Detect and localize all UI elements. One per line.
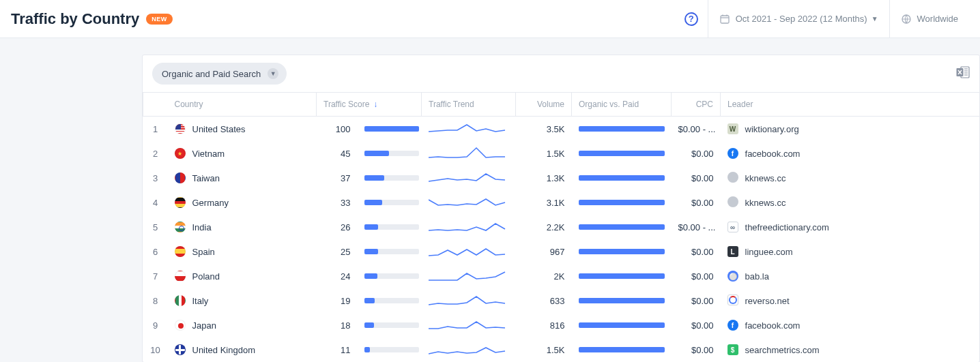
date-range-picker[interactable]: Oct 2021 - Sep 2022 (12 Months) ▼ xyxy=(708,0,889,37)
table-header-row: Country Traffic Score↓ Traffic Trend Vol… xyxy=(143,93,980,117)
col-cpc[interactable]: CPC xyxy=(672,93,721,117)
rank-cell: 7 xyxy=(143,264,168,288)
organic-vs-paid-bar xyxy=(572,166,672,190)
leader-domain[interactable]: bab.la xyxy=(738,264,979,288)
volume-value: 816 xyxy=(516,313,572,337)
organic-vs-paid-bar xyxy=(572,215,672,239)
organic-vs-paid-bar xyxy=(572,141,672,166)
traffic-trend-sparkline xyxy=(422,215,516,239)
col-volume[interactable]: Volume xyxy=(516,93,572,117)
export-excel-icon[interactable] xyxy=(956,66,970,81)
table-row[interactable]: 3 Taiwan 37 1.3K $0.00 kknews.cc xyxy=(143,166,980,190)
flag-icon xyxy=(175,344,186,355)
country-name: Taiwan xyxy=(192,173,220,183)
leader-domain[interactable]: linguee.com xyxy=(738,239,979,264)
scope-picker[interactable]: Worldwide xyxy=(889,0,969,37)
table-row[interactable]: 8 Italy 19 633 $0.00 reverso.net xyxy=(143,288,980,313)
sort-arrow-down-icon: ↓ xyxy=(373,100,377,109)
flag-icon xyxy=(175,295,186,306)
flag-icon xyxy=(175,197,186,208)
country-cell: Poland xyxy=(168,264,317,288)
leader-domain[interactable]: reverso.net xyxy=(738,288,979,313)
traffic-score-bar xyxy=(358,117,422,142)
cpc-value: $0.00 xyxy=(672,166,721,190)
traffic-trend-sparkline xyxy=(422,239,516,264)
leader-domain[interactable]: kknews.cc xyxy=(738,190,979,215)
header-right: ? Oct 2021 - Sep 2022 (12 Months) ▼ Worl… xyxy=(684,0,969,37)
cpc-value: $0.00 xyxy=(672,337,721,362)
scope-label: Worldwide xyxy=(917,14,958,24)
calendar-icon xyxy=(719,14,730,25)
rank-cell: 9 xyxy=(143,313,168,337)
leader-favicon: L xyxy=(721,239,738,264)
organic-vs-paid-bar xyxy=(572,190,672,215)
leader-favicon xyxy=(721,166,738,190)
rank-cell: 5 xyxy=(143,215,168,239)
traffic-trend-sparkline xyxy=(422,141,516,166)
leader-favicon: $ xyxy=(721,337,738,362)
volume-value: 967 xyxy=(516,239,572,264)
volume-value: 1.3K xyxy=(516,166,572,190)
organic-vs-paid-bar xyxy=(572,264,672,288)
volume-value: 3.1K xyxy=(516,190,572,215)
col-traffic-trend[interactable]: Traffic Trend xyxy=(422,93,516,117)
country-cell: Japan xyxy=(168,313,317,337)
flag-icon xyxy=(175,320,186,331)
leader-domain[interactable]: wiktionary.org xyxy=(738,117,979,142)
rank-cell: 6 xyxy=(143,239,168,264)
leader-favicon xyxy=(721,190,738,215)
table-row[interactable]: 6 Spain 25 967 $0.00 L linguee.com xyxy=(143,239,980,264)
table-row[interactable]: 10 United Kingdom 11 1.5K $0.00 $ search… xyxy=(143,337,980,362)
table-row[interactable]: 5 India 26 2.2K $0.00 - ... ∞ thefreedic… xyxy=(143,215,980,239)
leader-domain[interactable]: searchmetrics.com xyxy=(738,337,979,362)
leader-domain[interactable]: thefreedictionary.com xyxy=(738,215,979,239)
traffic-score-bar xyxy=(358,190,422,215)
col-traffic-score[interactable]: Traffic Score↓ xyxy=(317,93,422,117)
chevron-down-icon: ▼ xyxy=(268,68,278,79)
country-cell: Vietnam xyxy=(168,141,317,166)
leader-domain[interactable]: facebook.com xyxy=(738,141,979,166)
traffic-score-value: 45 xyxy=(317,141,358,166)
country-name: United Kingdom xyxy=(192,345,256,355)
leader-domain[interactable]: kknews.cc xyxy=(738,166,979,190)
rank-cell: 8 xyxy=(143,288,168,313)
col-country[interactable]: Country xyxy=(168,93,317,117)
organic-vs-paid-bar xyxy=(572,239,672,264)
country-name: Italy xyxy=(192,296,209,306)
panel-toolbar: Organic and Paid Search ▼ xyxy=(143,55,979,92)
table-row[interactable]: 9 Japan 18 816 $0.00 f facebook.com xyxy=(143,313,980,337)
traffic-score-bar xyxy=(358,141,422,166)
traffic-score-value: 19 xyxy=(317,288,358,313)
flag-icon xyxy=(175,246,186,257)
new-badge: NEW xyxy=(146,14,173,25)
cpc-value: $0.00 xyxy=(672,288,721,313)
help-icon[interactable]: ? xyxy=(684,12,698,26)
traffic-score-value: 25 xyxy=(317,239,358,264)
table-row[interactable]: 1 United States 100 3.5K $0.00 - ... W w… xyxy=(143,117,980,142)
table-row[interactable]: 4 Germany 33 3.1K $0.00 kknews.cc xyxy=(143,190,980,215)
traffic-score-value: 18 xyxy=(317,313,358,337)
traffic-score-bar xyxy=(358,337,422,362)
rank-cell: 4 xyxy=(143,190,168,215)
leader-domain[interactable]: facebook.com xyxy=(738,313,979,337)
cpc-value: $0.00 - ... xyxy=(672,215,721,239)
country-name: India xyxy=(192,222,212,232)
col-organic-vs-paid[interactable]: Organic vs. Paid xyxy=(572,93,672,117)
volume-value: 2K xyxy=(516,264,572,288)
table-row[interactable]: 7 Poland 24 2K $0.00 ⚪ bab.la xyxy=(143,264,980,288)
leader-favicon: ⚪ xyxy=(721,264,738,288)
flag-icon xyxy=(175,123,186,134)
chevron-down-icon: ▼ xyxy=(871,15,878,22)
traffic-score-bar xyxy=(358,288,422,313)
traffic-trend-sparkline xyxy=(422,166,516,190)
traffic-trend-sparkline xyxy=(422,337,516,362)
filter-label: Organic and Paid Search xyxy=(162,69,261,79)
traffic-panel: Organic and Paid Search ▼ Country Traffi… xyxy=(142,55,980,362)
search-type-filter[interactable]: Organic and Paid Search ▼ xyxy=(152,63,287,85)
table-row[interactable]: 2 Vietnam 45 1.5K $0.00 f facebook.com xyxy=(143,141,980,166)
country-name: Vietnam xyxy=(192,149,225,159)
traffic-score-bar xyxy=(358,239,422,264)
country-name: Spain xyxy=(192,247,215,257)
col-leader[interactable]: Leader xyxy=(721,93,979,117)
volume-value: 1.5K xyxy=(516,337,572,362)
